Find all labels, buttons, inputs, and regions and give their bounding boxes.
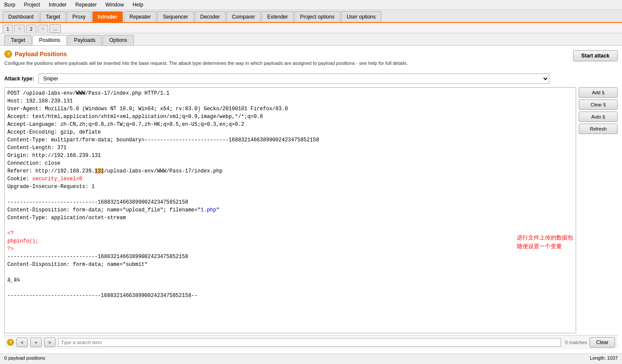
length-status: Length: 1037 — [590, 355, 618, 361]
menu-help[interactable]: Help — [131, 1, 145, 9]
req-line-method: POST /upload-labs-env/WWW/Pass-17/index.… — [7, 89, 573, 97]
main-content: ? Payload Positions Configure the positi… — [0, 46, 622, 354]
top-tabs: Dashboard Target Proxy Intruder Repeater… — [0, 10, 622, 23]
tab-comparer[interactable]: Comparer — [226, 11, 261, 22]
req-line-blank2 — [7, 222, 573, 230]
section-header: ? Payload Positions Configure the positi… — [4, 50, 618, 70]
menu-project[interactable]: Project — [22, 1, 42, 9]
req-line-connection: Connection: close — [7, 160, 573, 167]
req-line-upgrade: Upgrade-Insecure-Requests: 1 — [7, 183, 573, 191]
req-line-ua: User-Agent: Mozilla/5.0 (Windows NT 10.0… — [7, 105, 573, 113]
menu-bar: Burp Project Intruder Repeater Window He… — [0, 0, 622, 10]
start-attack-button[interactable]: Start attack — [573, 50, 618, 61]
clear-section-button[interactable]: Clear § — [579, 99, 618, 110]
nav-next-button[interactable]: > — [44, 338, 55, 347]
tab-repeater[interactable]: Repeater — [124, 11, 156, 22]
req-line-submit-val: ä¸ä¼ — [7, 276, 573, 284]
tab-target-inner[interactable]: Target — [4, 35, 32, 45]
payload-positions-status: 0 payload positions — [4, 355, 45, 361]
req-line-referer: Referer: http://192.168.239.131/upload-l… — [7, 167, 573, 175]
help-icon-bottom[interactable]: ? — [7, 339, 14, 346]
status-bar: 0 payload positions Length: 1037 — [0, 354, 622, 362]
req-line-blank1 — [7, 191, 573, 198]
tab-payloads[interactable]: Payloads — [68, 35, 102, 45]
annotation-line2: 随便设置一个变量 — [517, 243, 573, 251]
tab-project-options[interactable]: Project options — [294, 11, 340, 22]
req-line-php-close: ?> — [7, 245, 491, 253]
attack-type-row: Attack type: SniperBattering ramPitchfor… — [4, 73, 618, 84]
clear-search-button[interactable]: Clear — [590, 337, 615, 348]
bottom-bar: ? < + > 0 matches Clear — [4, 335, 618, 349]
req-line-boundary2: -----------------------------16883214663… — [7, 253, 573, 261]
tab-proxy[interactable]: Proxy — [67, 11, 91, 22]
sub-tab-2[interactable]: 2× — [26, 25, 48, 33]
search-input[interactable] — [58, 338, 561, 347]
tab-dashboard[interactable]: Dashboard — [3, 11, 39, 22]
req-line-php-body: phpinfo(); — [7, 237, 491, 245]
req-line-content-type2: Content-Type: application/octet-stream — [7, 214, 573, 222]
annotation-line1: 进行文件上传的数据包 — [517, 234, 573, 243]
req-line-content-length: Content-Length: 371 — [7, 144, 573, 152]
tab-positions[interactable]: Positions — [32, 35, 67, 45]
nav-prev-button[interactable]: < — [16, 338, 28, 347]
req-line-host: Host: 192.168.239.131 — [7, 97, 573, 105]
menu-repeater[interactable]: Repeater — [74, 1, 98, 9]
tab-extender[interactable]: Extender — [261, 11, 293, 22]
req-line-accept: Accept: text/html,application/xhtml+xml,… — [7, 113, 573, 121]
req-line-content-disp2: Content-Disposition: form-data; name="su… — [7, 261, 573, 268]
more-tabs-button[interactable]: ... — [49, 24, 61, 33]
menu-window[interactable]: Window — [103, 1, 126, 9]
tab-options[interactable]: Options — [103, 35, 133, 45]
req-line-accept-lang: Accept-Language: zh-CN,zh;q=0.8,zh-TW;q=… — [7, 121, 573, 128]
match-count: 0 matches — [565, 340, 587, 345]
menu-burp[interactable]: Burp — [3, 1, 17, 9]
add-section-button[interactable]: Add § — [579, 87, 618, 98]
sub-tabs-row: 1× 2× ... — [0, 23, 622, 33]
tab-target[interactable]: Target — [40, 11, 66, 22]
help-icon-title[interactable]: ? — [4, 50, 12, 58]
cookie-value: security_level=0 — [32, 176, 82, 182]
req-line-boundary-end: ------------------------------1688321466… — [7, 292, 573, 300]
auto-section-button[interactable]: Auto § — [579, 112, 618, 122]
tab-intruder[interactable]: Intruder — [92, 11, 123, 22]
attack-type-label: Attack type: — [4, 76, 34, 82]
tab-user-options[interactable]: User options — [341, 11, 381, 22]
inner-tabs: Target Positions Payloads Options — [0, 33, 622, 46]
referer-highlight: 131 — [95, 168, 104, 174]
refresh-button[interactable]: Refresh — [579, 124, 618, 134]
request-editor[interactable]: POST /upload-labs-env/WWW/Pass-17/index.… — [5, 88, 576, 333]
tab-sequencer[interactable]: Sequencer — [157, 11, 193, 22]
request-editor-wrapper: POST /upload-labs-env/WWW/Pass-17/index.… — [4, 87, 576, 333]
menu-intruder[interactable]: Intruder — [47, 1, 68, 9]
sub-tab-1[interactable]: 1× — [3, 25, 25, 33]
req-line-origin: Origin: http://192.168.239.131 — [7, 152, 573, 160]
side-buttons: Add § Clear § Auto § Refresh — [579, 87, 618, 333]
attack-type-select[interactable]: SniperBattering ramPitchforkCluster bomb — [39, 73, 549, 84]
section-description: Configure the positions where payloads w… — [4, 61, 573, 66]
req-line-php-open: <? — [7, 230, 491, 237]
req-line-accept-enc: Accept-Encoding: gzip, deflate — [7, 128, 573, 136]
req-line-cookie: Cookie: security_level=0 — [7, 175, 573, 183]
section-title: Payload Positions — [15, 51, 67, 57]
nav-add-button[interactable]: + — [30, 338, 42, 347]
req-line-boundary1: -----------------------------16883214663… — [7, 198, 573, 206]
req-line-blank3 — [7, 268, 573, 276]
req-line-content-type: Content-Type: multipart/form-data; bound… — [7, 136, 573, 144]
filename-value: 1.php — [200, 207, 216, 213]
req-line-content-disp: Content-Disposition: form-data; name="up… — [7, 206, 573, 214]
req-line-blank4 — [7, 284, 573, 292]
tab-decoder[interactable]: Decoder — [195, 11, 226, 22]
